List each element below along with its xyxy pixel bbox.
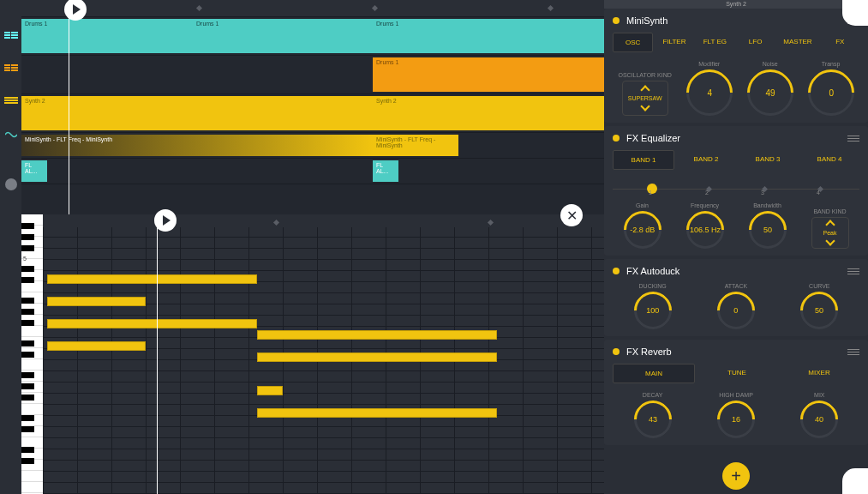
module-title: FX Autoduck bbox=[626, 266, 841, 276]
expand-icon[interactable] bbox=[842, 0, 868, 26]
playhead[interactable] bbox=[69, 0, 69, 214]
clip[interactable]: Drums 1 bbox=[21, 19, 193, 53]
midi-note[interactable] bbox=[257, 408, 497, 418]
tab-lfo[interactable]: LFO bbox=[736, 33, 775, 52]
tab-band4[interactable]: BAND 4 bbox=[799, 150, 859, 170]
automation-clip[interactable]: MiniSynth - FLT Freq - MiniSynth bbox=[21, 135, 373, 156]
oscillator-selector[interactable]: SUPERSAW bbox=[622, 81, 668, 116]
module-equalizer: FX Equalizer BAND 1 BAND 2 BAND 3 BAND 4… bbox=[604, 126, 868, 256]
knob-noise[interactable]: 49 bbox=[737, 60, 802, 125]
module-title: FX Reverb bbox=[626, 346, 841, 357]
module-title: MiniSynth bbox=[626, 15, 841, 26]
band-kind-selector[interactable]: Peak bbox=[811, 217, 849, 249]
tab-main[interactable]: MAIN bbox=[613, 364, 695, 383]
clip[interactable]: Synth 2 bbox=[373, 96, 604, 130]
power-toggle[interactable] bbox=[613, 348, 620, 355]
midi-note[interactable] bbox=[47, 341, 146, 351]
tab-mixer[interactable]: MIXER bbox=[779, 364, 859, 383]
knob-bandwidth[interactable]: 50 bbox=[740, 203, 793, 256]
midi-note[interactable] bbox=[47, 274, 257, 284]
left-panel: Drums 1 Drums 1 Drums 1 Drums 1 Synth 2 … bbox=[0, 0, 604, 494]
close-button[interactable]: ✕ bbox=[560, 204, 583, 226]
piano-playhead[interactable] bbox=[157, 214, 158, 494]
tab-band2[interactable]: BAND 2 bbox=[676, 150, 736, 170]
tab-flteg[interactable]: FLT EG bbox=[696, 33, 734, 52]
module-autoduck: FX Autoduck DUCKING100 ATTACK0 CURVE50 bbox=[604, 259, 868, 336]
knob-gain[interactable]: -2.8 dB bbox=[615, 203, 668, 256]
midi-note[interactable] bbox=[257, 386, 283, 395]
piano-ruler[interactable]: ✕ bbox=[43, 214, 604, 227]
tool-piano[interactable] bbox=[0, 89, 21, 115]
corner-menu-icon[interactable] bbox=[842, 468, 868, 494]
knob-curve[interactable]: 50 bbox=[793, 284, 846, 337]
tab-master[interactable]: MASTER bbox=[776, 33, 818, 52]
tab-band1[interactable]: BAND 1 bbox=[613, 150, 674, 170]
audio-clip[interactable]: FL AL... bbox=[373, 160, 398, 182]
tool-pattern-orange[interactable] bbox=[0, 57, 21, 82]
midi-note[interactable] bbox=[47, 319, 257, 328]
knob-decay[interactable]: 43 bbox=[626, 393, 679, 446]
eq-slider-track[interactable]: 1 2 3 4 bbox=[613, 178, 859, 196]
clip[interactable]: Drums 1 bbox=[373, 57, 604, 92]
panel-header: Synth 2 bbox=[604, 0, 868, 9]
power-toggle[interactable] bbox=[613, 268, 620, 274]
tool-snap-icon[interactable] bbox=[0, 172, 21, 197]
module-reverb: FX Reverb MAIN TUNE MIXER DECAY43 HIGH D… bbox=[604, 340, 868, 445]
chevron-up-icon[interactable] bbox=[825, 220, 835, 229]
knob-modifier[interactable]: 4 bbox=[677, 60, 742, 125]
midi-note[interactable] bbox=[47, 297, 146, 306]
tab-fx[interactable]: FX bbox=[821, 33, 859, 52]
clip[interactable]: Drums 1 bbox=[373, 19, 604, 53]
automation-clip[interactable]: MiniSynth - FLT Freq - MiniSynth bbox=[373, 135, 458, 156]
knob-label: OSCILLATOR KIND bbox=[618, 72, 671, 78]
power-toggle[interactable] bbox=[613, 17, 620, 24]
piano-keys[interactable]: 5 bbox=[21, 214, 43, 494]
octave-label: 5 bbox=[23, 256, 27, 262]
tab-osc[interactable]: OSC bbox=[613, 33, 653, 52]
note-grid[interactable] bbox=[43, 214, 604, 494]
track-row[interactable]: MiniSynth - FLT Freq - MiniSynth MiniSyn… bbox=[21, 133, 604, 159]
tool-sidebar bbox=[0, 0, 21, 494]
eq-tabs: BAND 1 BAND 2 BAND 3 BAND 4 bbox=[613, 150, 859, 170]
module-title: FX Equalizer bbox=[626, 133, 841, 143]
tool-pattern-teal[interactable] bbox=[0, 24, 21, 50]
tab-tune[interactable]: TUNE bbox=[697, 364, 777, 383]
chevron-down-icon[interactable] bbox=[640, 101, 650, 111]
track-row[interactable]: Drums 1 bbox=[21, 56, 604, 94]
midi-note[interactable] bbox=[257, 330, 497, 340]
audio-clip[interactable]: FL AL... bbox=[21, 160, 47, 182]
fx-panel: Synth 2 MiniSynth OSC FILTER FLT EG LFO … bbox=[604, 0, 868, 494]
track-row[interactable]: FL AL... FL AL... bbox=[21, 159, 604, 184]
chevron-down-icon[interactable] bbox=[825, 236, 835, 245]
timeline-ruler[interactable] bbox=[21, 0, 604, 17]
chevron-up-icon[interactable] bbox=[640, 85, 650, 94]
piano-roll[interactable]: ✕ 5 bbox=[21, 214, 604, 494]
module-minisynth: MiniSynth OSC FILTER FLT EG LFO MASTER F… bbox=[604, 9, 868, 123]
midi-note[interactable] bbox=[257, 352, 497, 362]
add-button[interactable]: + bbox=[722, 462, 750, 490]
clip[interactable]: Synth 2 bbox=[21, 96, 373, 130]
knob-transp[interactable]: 0 bbox=[798, 60, 863, 125]
knob-frequency[interactable]: 106.5 Hz bbox=[678, 203, 731, 256]
track-row[interactable]: Drums 1 Drums 1 Drums 1 bbox=[21, 17, 604, 56]
knob-ducking[interactable]: 100 bbox=[626, 284, 679, 337]
knob-highdamp[interactable]: 16 bbox=[709, 393, 763, 446]
hamburger-icon[interactable] bbox=[847, 349, 859, 355]
tab-band3[interactable]: BAND 3 bbox=[738, 150, 798, 170]
tab-filter[interactable]: FILTER bbox=[655, 33, 693, 52]
synth-tabs: OSC FILTER FLT EG LFO MASTER FX bbox=[613, 33, 859, 52]
tool-wave[interactable] bbox=[0, 122, 21, 148]
arrangement-view[interactable]: Drums 1 Drums 1 Drums 1 Drums 1 Synth 2 … bbox=[21, 0, 604, 214]
hamburger-icon[interactable] bbox=[847, 136, 859, 142]
knob-mix[interactable]: 40 bbox=[793, 393, 846, 446]
hamburger-icon[interactable] bbox=[847, 268, 859, 274]
reverb-tabs: MAIN TUNE MIXER bbox=[613, 364, 859, 383]
knob-attack[interactable]: 0 bbox=[709, 284, 763, 337]
power-toggle[interactable] bbox=[613, 135, 620, 142]
track-row[interactable]: Synth 2 Synth 2 bbox=[21, 94, 604, 133]
clip[interactable]: Drums 1 bbox=[193, 19, 373, 53]
